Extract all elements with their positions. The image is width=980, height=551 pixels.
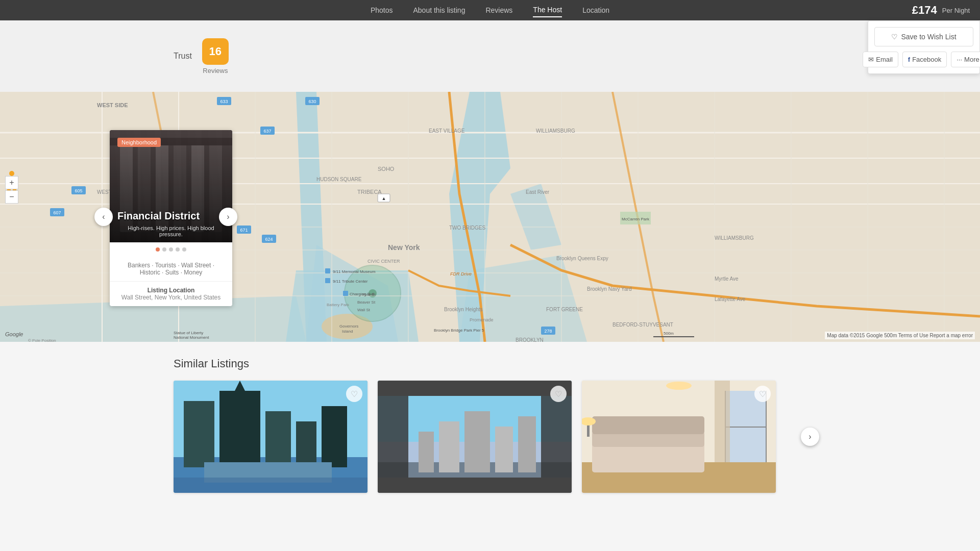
similar-listings-title: Similar Listings [174, 357, 806, 370]
per-night-label: Per Night [942, 7, 970, 14]
svg-rect-116 [439, 421, 459, 472]
neighborhood-card: Neighborhood Financial District High-ris… [110, 130, 232, 306]
svg-text:Governors: Governors [339, 324, 358, 329]
svg-text:WEST SIDE: WEST SIDE [97, 102, 128, 108]
map-logo: Google [5, 330, 31, 339]
listing-card-2[interactable]: ♡ [378, 381, 572, 493]
listing-location-label: Listing Location [117, 287, 225, 294]
svg-rect-105 [265, 411, 291, 467]
svg-text:CIVIC CENTER: CIVIC CENTER [368, 259, 400, 264]
wishlist-button-1[interactable]: ♡ [346, 386, 362, 402]
svg-text:500m: 500m [664, 331, 674, 336]
svg-text:Brooklyn Navy Yard: Brooklyn Navy Yard [587, 286, 631, 292]
wishlist-button-3[interactable]: ♡ [754, 386, 771, 402]
svg-text:▲: ▲ [382, 196, 386, 201]
carousel-dot-3[interactable] [169, 247, 173, 252]
listing-image-1: ♡ [174, 381, 368, 493]
nav-about[interactable]: About this listing [413, 4, 465, 17]
svg-text:605: 605 [75, 188, 82, 193]
svg-text:East River: East River [526, 189, 550, 195]
neighborhood-image: Neighborhood Financial District High-ris… [110, 130, 232, 242]
svg-text:Google: Google [5, 331, 23, 337]
svg-rect-126 [725, 427, 767, 428]
nav-reviews[interactable]: Reviews [485, 4, 512, 17]
svg-text:Beaver St: Beaver St [357, 300, 376, 305]
svg-text:McCarren Park: McCarren Park [622, 217, 650, 221]
map-attribution: Map data ©2015 Google 500m Terms of Use … [825, 332, 975, 339]
listings-next-button[interactable]: › [801, 428, 819, 446]
svg-text:278: 278 [544, 329, 552, 334]
email-share-button[interactable]: ✉ Email [863, 52, 898, 67]
neighborhood-title: Financial District [117, 210, 225, 222]
svg-text:Statue of Liberty: Statue of Liberty [174, 331, 203, 335]
svg-text:WILLIAMSBURG: WILLIAMSBURG [536, 128, 575, 134]
nav-host[interactable]: The Host [533, 3, 562, 17]
carousel-dot-5[interactable] [182, 247, 186, 252]
nav-photos[interactable]: Photos [371, 4, 393, 17]
listing-location: Listing Location Wall Street, New York, … [110, 282, 232, 306]
top-navigation: Photos About this listing Reviews The Ho… [0, 0, 980, 20]
svg-text:WILLIAMSBURG: WILLIAMSBURG [715, 235, 754, 241]
price-bar: £174 Per Night [902, 0, 980, 20]
svg-text:BEDFORD-STUYVESANT: BEDFORD-STUYVESANT [612, 322, 673, 328]
svg-rect-103 [219, 391, 260, 467]
carousel-dot-2[interactable] [162, 247, 166, 252]
carousel-dots [110, 242, 232, 257]
svg-text:671: 671 [240, 228, 248, 233]
svg-text:Brooklyn Bridge Park Pier 5: Brooklyn Bridge Park Pier 5 [434, 328, 484, 333]
carousel-dot-4[interactable] [176, 247, 180, 252]
svg-text:Pine St: Pine St [362, 292, 376, 297]
carousel-prev-button[interactable]: ‹ [94, 208, 113, 226]
svg-rect-106 [296, 421, 316, 467]
svg-text:Wall St: Wall St [357, 308, 371, 312]
svg-text:EAST VILLAGE: EAST VILLAGE [429, 128, 465, 134]
svg-text:Brooklyn Queens Expy: Brooklyn Queens Expy [556, 256, 608, 261]
map-controls: + − [5, 176, 18, 204]
similar-listings-section: Similar Listings [0, 342, 980, 508]
svg-rect-60 [325, 278, 330, 283]
svg-point-134 [666, 382, 692, 390]
trust-section: Trust 16 Reviews [0, 20, 980, 92]
svg-text:Myrtle Ave: Myrtle Ave [715, 276, 739, 282]
svg-text:630: 630 [308, 99, 316, 104]
svg-rect-131 [592, 416, 704, 434]
svg-rect-120 [378, 381, 572, 396]
save-to-wish-list-button[interactable]: ♡ Save to Wish List [874, 27, 973, 46]
svg-text:607: 607 [53, 210, 61, 215]
listing-image-2: ♡ [378, 381, 572, 493]
listing-card-3[interactable]: ♡ [582, 381, 776, 493]
more-share-button[interactable]: ··· More [951, 52, 980, 67]
svg-text:HUDSON SQUARE: HUDSON SQUARE [316, 177, 362, 182]
svg-text:National Monument: National Monument [174, 335, 209, 340]
listing-location-value: Wall Street, New York, United States [117, 294, 225, 301]
share-row: ✉ Email f Facebook ··· More [874, 52, 973, 67]
svg-text:637: 637 [263, 129, 271, 134]
map-section: Governors Island [0, 92, 980, 342]
neighborhood-description: High-rises. High prices. High blood pres… [117, 225, 225, 237]
wishlist-button-2[interactable]: ♡ [550, 386, 567, 402]
svg-rect-119 [518, 416, 536, 472]
svg-text:Battery Park: Battery Park [327, 303, 350, 307]
carousel-next-button[interactable]: › [219, 208, 237, 226]
more-dots-icon: ··· [957, 56, 962, 63]
reviews-badge: 16 Reviews [202, 38, 229, 74]
svg-text:633: 633 [220, 99, 228, 104]
svg-text:© Pole Position: © Pole Position [28, 338, 56, 342]
svg-text:FDR Drive: FDR Drive [450, 271, 472, 277]
svg-text:SOHO: SOHO [378, 166, 395, 172]
facebook-icon: f [908, 56, 910, 63]
svg-rect-117 [464, 411, 490, 472]
action-panel: ♡ Save to Wish List ✉ Email f Facebook ·… [868, 20, 980, 74]
svg-text:Lafayette Ave: Lafayette Ave [715, 296, 746, 302]
zoom-out-button[interactable]: − [5, 190, 18, 204]
nav-location[interactable]: Location [582, 4, 609, 17]
svg-rect-118 [495, 427, 513, 472]
carousel-dot-1[interactable] [156, 247, 160, 252]
svg-rect-86 [9, 171, 14, 176]
email-icon: ✉ [868, 56, 874, 63]
svg-rect-58 [325, 268, 330, 273]
svg-text:New York: New York [388, 243, 420, 252]
listing-card-1[interactable]: ♡ [174, 381, 368, 493]
zoom-in-button[interactable]: + [5, 176, 18, 189]
facebook-share-button[interactable]: f Facebook [902, 52, 947, 67]
